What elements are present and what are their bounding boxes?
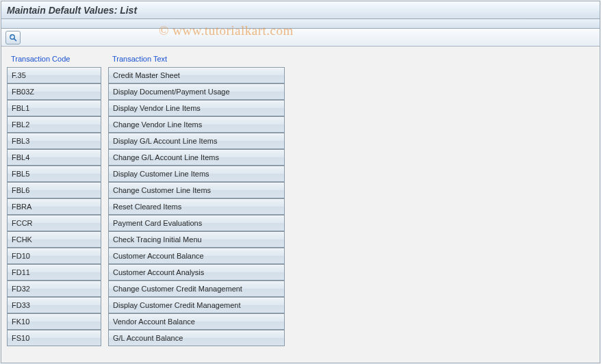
cell-transaction-text[interactable]: Customer Account Analysis bbox=[108, 264, 285, 281]
column-header-text[interactable]: Transaction Text bbox=[108, 52, 285, 67]
table-row[interactable]: FBL2Change Vendor Line Items bbox=[7, 116, 285, 133]
subtitle-bar bbox=[1, 19, 600, 29]
table-row[interactable]: FBL6Change Customer Line Items bbox=[7, 182, 285, 198]
cell-transaction-text[interactable]: Customer Account Balance bbox=[108, 248, 285, 264]
transaction-table: Transaction Code Transaction Text F.35Cr… bbox=[7, 52, 285, 346]
app-frame: Maintain Default Values: List © www.tuto… bbox=[1, 1, 600, 363]
cell-transaction-code[interactable]: FD32 bbox=[7, 281, 101, 297]
cell-transaction-code[interactable]: FBL1 bbox=[7, 100, 101, 116]
table-row[interactable]: F.35Credit Master Sheet bbox=[7, 67, 285, 83]
page-title: Maintain Default Values: List bbox=[7, 5, 137, 16]
cell-transaction-code[interactable]: FCCR bbox=[7, 215, 101, 231]
cell-transaction-text[interactable]: Change Vendor Line Items bbox=[108, 116, 285, 133]
cell-transaction-text[interactable]: Change G/L Account Line Items bbox=[108, 149, 285, 166]
table-row[interactable]: FCCRPayment Card Evaluations bbox=[7, 215, 285, 231]
cell-transaction-text[interactable]: Vendor Account Balance bbox=[108, 313, 285, 330]
cell-transaction-code[interactable]: FB03Z bbox=[7, 83, 101, 100]
table-row[interactable]: FCHKCheck Tracing Initial Menu bbox=[7, 231, 285, 248]
cell-transaction-text[interactable]: Reset Cleared Items bbox=[108, 198, 285, 215]
cell-transaction-text[interactable]: Change Customer Credit Management bbox=[108, 281, 285, 297]
cell-transaction-code[interactable]: FBL3 bbox=[7, 133, 101, 149]
choose-button[interactable] bbox=[5, 31, 21, 44]
cell-transaction-code[interactable]: FBRA bbox=[7, 198, 101, 215]
table-row[interactable]: FBRAReset Cleared Items bbox=[7, 198, 285, 215]
cell-transaction-code[interactable]: FD10 bbox=[7, 248, 101, 264]
cell-transaction-code[interactable]: F.35 bbox=[7, 67, 101, 83]
cell-transaction-text[interactable]: Credit Master Sheet bbox=[108, 67, 285, 83]
cell-transaction-code[interactable]: FD33 bbox=[7, 297, 101, 313]
svg-point-2 bbox=[11, 36, 12, 37]
table-row[interactable]: FD11Customer Account Analysis bbox=[7, 264, 285, 281]
table-row[interactable]: FB03ZDisplay Document/Payment Usage bbox=[7, 83, 285, 100]
cell-transaction-text[interactable]: Display Customer Credit Management bbox=[108, 297, 285, 313]
table-row[interactable]: FBL5Display Customer Line Items bbox=[7, 166, 285, 182]
cell-transaction-text[interactable]: Payment Card Evaluations bbox=[108, 215, 285, 231]
table-row[interactable]: FBL1Display Vendor Line Items bbox=[7, 100, 285, 116]
cell-transaction-text[interactable]: Display Document/Payment Usage bbox=[108, 83, 285, 100]
toolbar bbox=[1, 29, 600, 47]
cell-transaction-text[interactable]: Check Tracing Initial Menu bbox=[108, 231, 285, 248]
cell-transaction-text[interactable]: Change Customer Line Items bbox=[108, 182, 285, 198]
cell-transaction-text[interactable]: G/L Account Balance bbox=[108, 330, 285, 346]
svg-line-1 bbox=[14, 38, 16, 40]
content-area: Transaction Code Transaction Text F.35Cr… bbox=[1, 47, 600, 346]
table-row[interactable]: FBL4Change G/L Account Line Items bbox=[7, 149, 285, 166]
cell-transaction-code[interactable]: FK10 bbox=[7, 313, 101, 330]
table-row[interactable]: FS10G/L Account Balance bbox=[7, 330, 285, 346]
cell-transaction-code[interactable]: FS10 bbox=[7, 330, 101, 346]
cell-transaction-text[interactable]: Display Customer Line Items bbox=[108, 166, 285, 182]
titlebar: Maintain Default Values: List bbox=[1, 1, 600, 19]
cell-transaction-code[interactable]: FBL5 bbox=[7, 166, 101, 182]
cell-transaction-code[interactable]: FD11 bbox=[7, 264, 101, 281]
table-row[interactable]: FD33Display Customer Credit Management bbox=[7, 297, 285, 313]
table-row[interactable]: FBL3Display G/L Account Line Items bbox=[7, 133, 285, 149]
table-row[interactable]: FD32Change Customer Credit Management bbox=[7, 281, 285, 297]
cell-transaction-code[interactable]: FBL6 bbox=[7, 182, 101, 198]
cell-transaction-code[interactable]: FBL2 bbox=[7, 116, 101, 133]
cell-transaction-text[interactable]: Display G/L Account Line Items bbox=[108, 133, 285, 149]
column-header-code[interactable]: Transaction Code bbox=[7, 52, 101, 67]
cell-transaction-text[interactable]: Display Vendor Line Items bbox=[108, 100, 285, 116]
cell-transaction-code[interactable]: FCHK bbox=[7, 231, 101, 248]
magnifier-icon bbox=[8, 33, 18, 42]
table-row[interactable]: FK10Vendor Account Balance bbox=[7, 313, 285, 330]
cell-transaction-code[interactable]: FBL4 bbox=[7, 149, 101, 166]
table-row[interactable]: FD10Customer Account Balance bbox=[7, 248, 285, 264]
